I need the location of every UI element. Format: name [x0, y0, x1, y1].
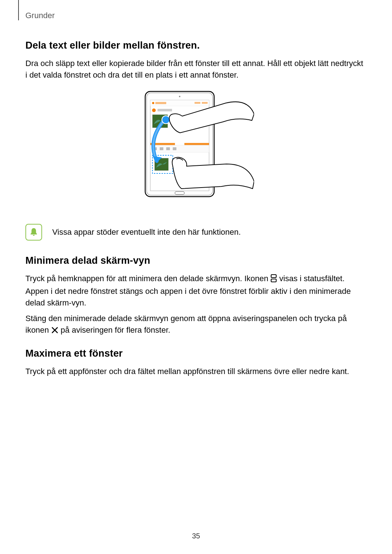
para-share: Dra och släpp text eller kopierade bilde…	[25, 58, 367, 81]
close-x-icon	[51, 325, 58, 337]
svg-rect-17	[160, 147, 163, 150]
header-rule	[18, 0, 19, 20]
svg-rect-6	[155, 102, 166, 104]
svg-rect-7	[195, 102, 200, 104]
note-text: Vissa appar stöder eventuellt inte den h…	[52, 227, 241, 237]
svg-rect-14	[175, 143, 184, 145]
heading-share: Dela text eller bilder mellan fönstren.	[25, 40, 367, 51]
svg-rect-8	[202, 102, 208, 104]
svg-rect-10	[158, 109, 172, 111]
page-number: 35	[0, 532, 392, 540]
svg-point-2	[179, 96, 180, 97]
para-minimize-2b: på aviseringen för flera fönster.	[58, 325, 170, 335]
svg-rect-28	[271, 279, 276, 282]
para-minimize-2: Stäng den minimerade delade skärmvyn gen…	[25, 313, 367, 337]
svg-point-5	[152, 102, 154, 104]
page-content: Dela text eller bilder mellan fönstren. …	[25, 36, 367, 382]
section-header: Grunder	[25, 11, 55, 20]
heading-maximize: Maximera ett fönster	[25, 348, 367, 359]
svg-point-9	[152, 108, 156, 112]
note-bell-icon	[25, 224, 42, 241]
heading-minimize: Minimera delad skärm-vyn	[25, 255, 367, 266]
split-screen-icon	[270, 274, 277, 286]
figure-drag-between-windows	[25, 90, 367, 211]
svg-rect-18	[166, 147, 170, 150]
para-minimize-1: Tryck på hemknappen för att minimera den…	[25, 273, 367, 309]
svg-rect-27	[271, 275, 276, 278]
svg-rect-15	[150, 145, 209, 152]
note-row: Vissa appar stöder eventuellt inte den h…	[25, 224, 367, 241]
para-maximize: Tryck på ett appfönster och dra fältet m…	[25, 366, 367, 377]
para-minimize-1a: Tryck på hemknappen för att minimera den…	[25, 274, 270, 283]
svg-rect-19	[173, 147, 176, 150]
